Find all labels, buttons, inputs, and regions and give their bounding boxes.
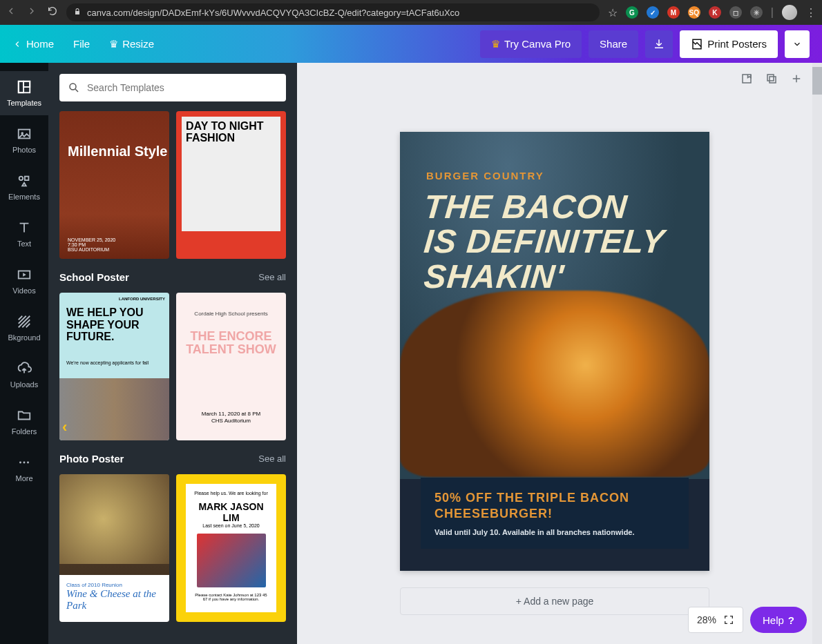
- svg-point-12: [70, 84, 76, 90]
- file-menu[interactable]: File: [73, 38, 90, 50]
- back-icon[interactable]: [6, 6, 17, 19]
- duplicate-icon[interactable]: [765, 72, 778, 88]
- nav-background[interactable]: Bkground: [0, 306, 48, 350]
- see-all-link[interactable]: See all: [258, 272, 286, 282]
- ext-grammarly-icon[interactable]: G: [626, 6, 638, 19]
- forward-icon[interactable]: [26, 6, 37, 19]
- url-text: canva.com/design/DADxEmf-kYs/6UWvvvdACQV…: [87, 8, 459, 18]
- templates-panel: Millennial Style NOVEMBER 25, 20207:30 P…: [48, 63, 297, 644]
- template-card[interactable]: Class of 2010 Reunion Wine & Cheese at t…: [59, 474, 169, 622]
- share-button[interactable]: Share: [589, 30, 638, 58]
- poster-brand[interactable]: BURGER COUNTRY: [426, 170, 544, 182]
- try-pro-button[interactable]: ♛ Try Canva Pro: [480, 30, 582, 58]
- crown-icon: ♛: [491, 38, 500, 50]
- vertical-scrollbar[interactable]: [812, 63, 822, 644]
- template-card[interactable]: Cordale High School presents THE ENCORE …: [176, 293, 286, 440]
- reload-icon[interactable]: [47, 6, 58, 19]
- nav-rail: Templates Photos Elements Text Videos Bk…: [0, 63, 48, 644]
- arrow-left-icon: ‹: [62, 418, 67, 436]
- svg-point-6: [19, 177, 23, 181]
- nav-videos[interactable]: Videos: [0, 259, 48, 303]
- resize-menu[interactable]: ♛ Resize: [109, 38, 154, 50]
- poster-footer[interactable]: 50% OFF THE TRIPLE BACON CHEESEBURGER! V…: [421, 478, 689, 549]
- poster-image-overlay: [400, 291, 709, 477]
- svg-rect-13: [743, 75, 751, 83]
- add-page-icon[interactable]: [790, 72, 803, 88]
- nav-uploads[interactable]: Uploads: [0, 353, 48, 397]
- ext-snow-icon[interactable]: ✳: [750, 6, 763, 19]
- nav-folders[interactable]: Folders: [0, 400, 48, 444]
- nav-photos[interactable]: Photos: [0, 118, 48, 162]
- extension-icons: G ✓ M SQ K ◻ ✳ | ⋮: [626, 5, 816, 20]
- fullscreen-icon[interactable]: [723, 614, 734, 625]
- page-toolbar: [740, 72, 803, 88]
- svg-point-9: [19, 462, 21, 464]
- svg-rect-14: [767, 75, 774, 81]
- zoom-control[interactable]: 28%: [688, 607, 743, 633]
- app-header: Home File ♛ Resize ♛ Try Canva Pro Share…: [0, 25, 822, 63]
- ext-shield-icon[interactable]: ◻: [729, 6, 742, 19]
- star-icon[interactable]: ☆: [608, 6, 618, 19]
- print-posters-button[interactable]: Print Posters: [680, 30, 778, 58]
- template-card[interactable]: Millennial Style NOVEMBER 25, 20207:30 P…: [59, 111, 169, 259]
- crown-icon: ♛: [109, 38, 118, 50]
- notes-icon[interactable]: [740, 72, 753, 88]
- print-dropdown[interactable]: [785, 30, 810, 58]
- home-button[interactable]: Home: [12, 38, 54, 50]
- ext-sq-icon[interactable]: SQ: [688, 6, 700, 19]
- canvas-area: BURGER COUNTRY THE BACON IS DEFINITELY S…: [297, 63, 822, 644]
- svg-rect-7: [25, 177, 28, 181]
- question-icon: ?: [788, 614, 794, 626]
- section-title: Photo Poster: [59, 453, 124, 465]
- svg-point-11: [27, 462, 29, 464]
- ext-gmail-icon[interactable]: M: [667, 6, 680, 19]
- nav-more[interactable]: More: [0, 447, 48, 491]
- svg-rect-0: [693, 39, 701, 49]
- svg-rect-3: [23, 81, 30, 87]
- template-card[interactable]: DAY TO NIGHT FASHION: [176, 111, 286, 259]
- add-page-button[interactable]: + Add a new page: [400, 587, 709, 615]
- nav-elements[interactable]: Elements: [0, 165, 48, 209]
- poster-offer: 50% OFF THE TRIPLE BACON CHEESEBURGER!: [434, 490, 675, 521]
- download-button[interactable]: [645, 30, 673, 58]
- zoom-value: 28%: [697, 614, 716, 625]
- nav-text[interactable]: Text: [0, 212, 48, 256]
- url-bar[interactable]: canva.com/design/DADxEmf-kYs/6UWvvvdACQV…: [66, 3, 600, 21]
- ext-check-icon[interactable]: ✓: [647, 6, 659, 19]
- home-label: Home: [26, 38, 54, 50]
- poster-subtext: Valid until July 10. Available in all br…: [434, 528, 675, 536]
- template-card[interactable]: Please help us. We are looking for MARK …: [176, 474, 286, 622]
- search-icon: [68, 81, 80, 94]
- poster-design[interactable]: BURGER COUNTRY THE BACON IS DEFINITELY S…: [400, 132, 709, 571]
- see-all-link[interactable]: See all: [258, 453, 286, 464]
- poster-icon: [691, 38, 703, 50]
- section-title: School Poster: [59, 271, 129, 283]
- profile-avatar[interactable]: [782, 5, 797, 20]
- browser-chrome: canva.com/design/DADxEmf-kYs/6UWvvvdACQV…: [0, 0, 822, 25]
- lock-icon: [73, 8, 82, 18]
- search-box[interactable]: [59, 74, 286, 101]
- ext-k-icon[interactable]: K: [709, 6, 721, 19]
- download-icon: [653, 38, 665, 50]
- menu-dots-icon[interactable]: ⋮: [805, 6, 816, 19]
- browser-nav: [6, 6, 58, 19]
- svg-rect-15: [770, 77, 776, 83]
- poster-headline[interactable]: THE BACON IS DEFINITELY SHAKIN': [424, 190, 696, 294]
- svg-point-10: [23, 462, 26, 464]
- template-card[interactable]: LANFORD UNIVERSITY WE HELP YOU SHAPE YOU…: [59, 293, 169, 440]
- chevron-down-icon: [792, 39, 802, 49]
- search-input[interactable]: [87, 82, 278, 93]
- nav-templates[interactable]: Templates: [0, 71, 48, 115]
- help-button[interactable]: Help ?: [750, 607, 807, 633]
- svg-rect-2: [19, 81, 23, 93]
